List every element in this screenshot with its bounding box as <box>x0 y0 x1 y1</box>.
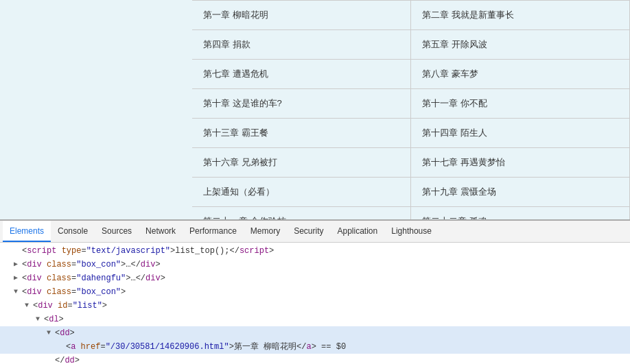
code-line: ▶<a href="/30/30581/14620906.html">第一章 柳… <box>0 340 630 354</box>
chapter-cell[interactable]: 第十六章 兄弟被打 <box>192 148 411 178</box>
devtools-code-area: ▶<script type="text/javascript">list_top… <box>0 243 630 364</box>
chapter-cell[interactable]: 上架通知（必看） <box>192 178 411 207</box>
chapter-cell[interactable]: 第七章 遭遇危机 <box>192 60 411 89</box>
devtools-tab-network[interactable]: Network <box>139 221 183 242</box>
code-line: <div class="dahengfu">…</div> <box>0 271 630 285</box>
code-line: ▶</dd> <box>0 354 630 364</box>
main-content-area: 第一章 柳暗花明第二章 我就是新董事长第四章 捐款第五章 开除风波第七章 遭遇危… <box>0 0 630 219</box>
code-line: ▶<script type="text/javascript">list_top… <box>0 244 630 258</box>
chapter-cell[interactable]: 第十九章 震慑全场 <box>411 178 630 207</box>
devtools-tab-console[interactable]: Console <box>51 221 95 242</box>
chapter-cell[interactable]: 第十一章 你不配 <box>411 89 630 119</box>
devtools-tab-lighthouse[interactable]: Lighthouse <box>384 221 439 242</box>
devtools-tab-memory[interactable]: Memory <box>244 221 287 242</box>
chapter-cell[interactable]: 第二十一章 合作验核 <box>192 207 411 219</box>
chapter-grid: 第一章 柳暗花明第二章 我就是新董事长第四章 捐款第五章 开除风波第七章 遭遇危… <box>192 0 630 219</box>
devtools-tab-elements[interactable]: Elements <box>3 221 51 242</box>
devtools-tab-application[interactable]: Application <box>331 221 385 242</box>
code-line: <dl> <box>0 313 630 326</box>
chapter-cell[interactable]: 第十章 这是谁的车? <box>192 89 411 119</box>
chapter-cell[interactable]: 第十三章 霸王餐 <box>192 119 411 148</box>
devtools-tab-performance[interactable]: Performance <box>183 221 244 242</box>
chapter-cell[interactable]: 第五章 开除风波 <box>411 30 630 60</box>
code-line: <div class="box_con">…</div> <box>0 258 630 271</box>
chapter-cell[interactable]: 第八章 豪车梦 <box>411 60 630 89</box>
devtools-tab-sources[interactable]: Sources <box>95 221 139 242</box>
chapter-cell[interactable]: 第二十二章 孤魂 <box>411 207 630 219</box>
devtools-tab-security[interactable]: Security <box>287 221 330 242</box>
chapter-cell[interactable]: 第四章 捐款 <box>192 30 411 60</box>
code-line: <dd> <box>0 326 630 340</box>
code-line: <div class="box_con"> <box>0 285 630 299</box>
chapter-cell[interactable]: 第二章 我就是新董事长 <box>411 1 630 30</box>
devtools-panel: ElementsConsoleSourcesNetworkPerformance… <box>0 219 630 364</box>
chapter-cell[interactable]: 第一章 柳暗花明 <box>192 1 411 30</box>
chapter-cell[interactable]: 第十七章 再遇黄梦怡 <box>411 148 630 178</box>
code-line: <div id="list"> <box>0 299 630 313</box>
chapter-cell[interactable]: 第十四章 陌生人 <box>411 119 630 148</box>
devtools-tabs-bar: ElementsConsoleSourcesNetworkPerformance… <box>0 221 630 243</box>
